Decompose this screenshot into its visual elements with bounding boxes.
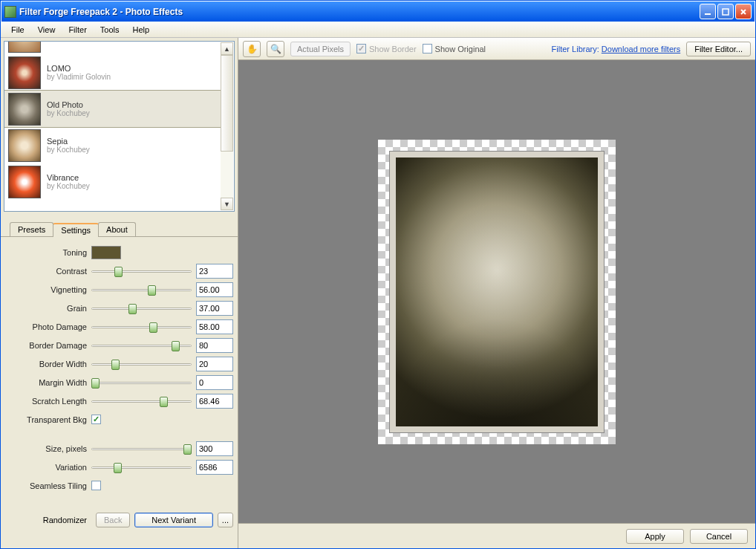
seamless-checkbox[interactable]: [91, 481, 101, 490]
randomizer-label: Randomizer: [5, 516, 91, 524]
download-filters-link[interactable]: Download more filters: [602, 45, 680, 53]
variation-label: Variation: [5, 463, 91, 472]
filter-name: Vibrance: [47, 173, 90, 182]
size-label: Size, pixels: [5, 444, 91, 453]
contrast-value[interactable]: [196, 264, 233, 279]
menu-help[interactable]: Help: [127, 24, 156, 36]
filter-item[interactable]: Vibrance by Kochubey: [4, 163, 221, 200]
show-original-label: Show Original: [435, 45, 486, 53]
magnifier-icon: 🔍: [270, 44, 281, 54]
contrast-label: Contrast: [5, 267, 91, 276]
transparent-bkg-label: Transparent Bkg: [5, 415, 91, 424]
filter-name: Sepia: [47, 137, 90, 146]
photo-border: [389, 151, 605, 433]
photo-damage-slider[interactable]: [91, 319, 192, 334]
filter-author: by Kochubey: [47, 109, 90, 117]
minimize-button[interactable]: [700, 4, 716, 19]
left-panel: by Kochubey LOMO by Vladimir Golovin: [1, 38, 238, 548]
border-width-value[interactable]: [196, 357, 233, 371]
svg-rect-0: [705, 13, 711, 15]
scroll-down-icon[interactable]: ▼: [221, 198, 233, 210]
app-icon: [4, 6, 16, 18]
margin-width-value[interactable]: [196, 375, 233, 390]
scroll-track[interactable]: [221, 55, 233, 198]
preview-image: [396, 157, 598, 426]
next-variant-button[interactable]: Next Variant: [134, 513, 212, 527]
menu-file[interactable]: File: [5, 24, 30, 36]
filter-thumb-icon: [8, 166, 41, 198]
hand-icon: ✋: [247, 44, 258, 54]
grain-value[interactable]: [196, 301, 233, 316]
actual-pixels-button[interactable]: Actual Pixels: [290, 42, 351, 56]
border-damage-value[interactable]: [196, 338, 233, 353]
margin-width-slider[interactable]: [91, 375, 192, 390]
menubar: File View Filter Tools Help: [1, 22, 755, 38]
grain-slider[interactable]: [91, 301, 192, 316]
back-button[interactable]: Back: [96, 513, 130, 527]
vignetting-slider[interactable]: [91, 282, 192, 297]
tab-settings[interactable]: Settings: [53, 223, 99, 237]
show-border-checkbox[interactable]: ✓: [356, 44, 366, 53]
filter-item[interactable]: LOMO by Vladimir Golovin: [4, 54, 221, 91]
filter-thumb-icon: [8, 93, 41, 126]
toning-swatch[interactable]: [91, 246, 121, 259]
filter-item[interactable]: Sepia by Kochubey: [4, 127, 221, 163]
titlebar: Filter Forge Freepack 2 - Photo Effects: [1, 1, 755, 22]
show-original-group: Show Original: [423, 44, 486, 53]
cancel-button[interactable]: Cancel: [690, 529, 748, 544]
transparency-checker: [378, 140, 616, 444]
randomizer-more-button[interactable]: ...: [218, 513, 233, 527]
size-slider[interactable]: [91, 441, 192, 456]
toning-label: Toning: [5, 248, 91, 257]
filter-name: Old Photo: [47, 100, 90, 109]
scrollbar[interactable]: ▲ ▼: [221, 42, 233, 210]
margin-width-label: Margin Width: [5, 378, 91, 387]
filter-library-text: Filter Library: Download more filters: [552, 45, 681, 53]
scratch-length-slider[interactable]: [91, 394, 192, 409]
filter-name: LOMO: [47, 64, 111, 73]
pan-tool-button[interactable]: ✋: [243, 41, 261, 57]
photo-damage-label: Photo Damage: [5, 322, 91, 331]
svg-rect-1: [723, 9, 729, 15]
scroll-up-icon[interactable]: ▲: [221, 42, 233, 55]
filter-author: by Kochubey: [47, 146, 90, 154]
filter-thumb-icon: [8, 129, 41, 162]
filter-author: by Vladimir Golovin: [47, 73, 111, 81]
filter-list: by Kochubey LOMO by Vladimir Golovin: [4, 41, 235, 212]
preview-toolbar: ✋ 🔍 Actual Pixels ✓ Show Border Show Ori…: [238, 38, 755, 60]
menu-view[interactable]: View: [32, 24, 62, 36]
border-damage-slider[interactable]: [91, 338, 192, 353]
preview-canvas[interactable]: [238, 60, 755, 523]
variation-value[interactable]: [196, 460, 233, 475]
apply-button[interactable]: Apply: [626, 529, 684, 544]
size-value[interactable]: [196, 441, 233, 456]
dialog-button-bar: Apply Cancel: [238, 523, 755, 548]
border-width-slider[interactable]: [91, 357, 192, 371]
transparent-bkg-checkbox[interactable]: ✓: [91, 415, 101, 424]
vignetting-value[interactable]: [196, 282, 233, 297]
close-button[interactable]: [735, 4, 752, 19]
filter-thumb-icon: [8, 56, 41, 89]
menu-tools[interactable]: Tools: [94, 24, 126, 36]
filter-thumb-icon: [8, 42, 41, 53]
scratch-length-value[interactable]: [196, 394, 233, 409]
zoom-tool-button[interactable]: 🔍: [267, 41, 284, 57]
tab-about[interactable]: About: [98, 222, 136, 236]
tab-strip: Presets Settings About: [10, 222, 238, 236]
photo-damage-value[interactable]: [196, 319, 233, 334]
show-original-checkbox[interactable]: [423, 44, 432, 53]
scroll-thumb[interactable]: [221, 55, 233, 152]
maximize-button[interactable]: [717, 4, 734, 19]
vignetting-label: Vignetting: [5, 285, 91, 294]
filter-item-selected[interactable]: Old Photo by Kochubey: [4, 91, 221, 127]
menu-filter[interactable]: Filter: [62, 24, 92, 36]
tab-presets[interactable]: Presets: [10, 222, 53, 236]
border-damage-label: Border Damage: [5, 341, 91, 350]
window-title: Filter Forge Freepack 2 - Photo Effects: [19, 7, 700, 17]
contrast-slider[interactable]: [91, 264, 192, 279]
filter-author: by Kochubey: [47, 182, 90, 190]
variation-slider[interactable]: [91, 460, 192, 475]
filter-item[interactable]: by Kochubey: [4, 42, 221, 54]
filter-editor-button[interactable]: Filter Editor...: [686, 42, 751, 56]
show-border-label: Show Border: [369, 45, 417, 53]
